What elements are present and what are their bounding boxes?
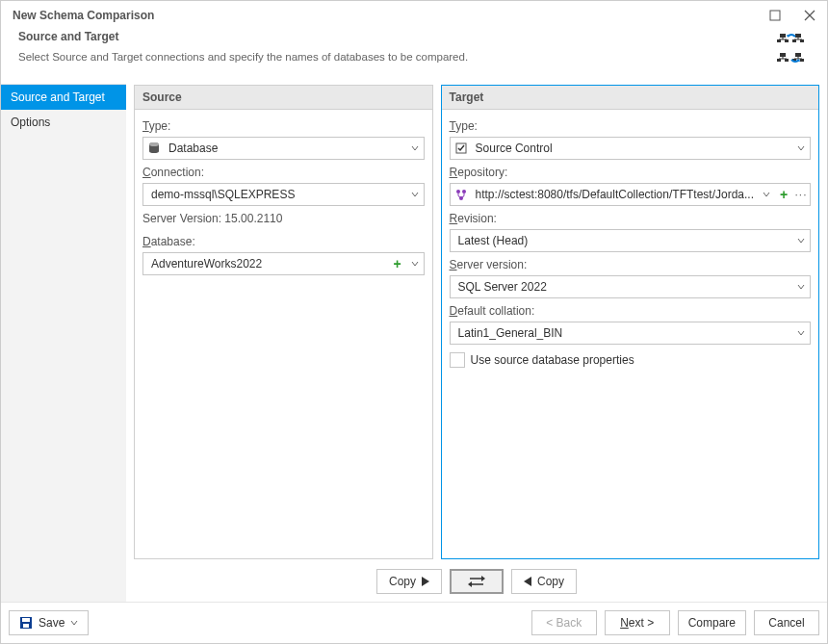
target-type-value: Source Control [472, 142, 792, 155]
source-server-version: Server Version: 15.00.2110 [142, 210, 425, 229]
chevron-down-icon [792, 237, 810, 245]
target-server-version-label: Server version: [450, 258, 811, 271]
svg-rect-8 [795, 34, 801, 38]
target-panel-title: Target [442, 86, 818, 110]
chevron-down-icon [406, 144, 424, 152]
footer: Save < Back Next > Compare Cancel [1, 602, 827, 643]
header: Source and Target Select Source and Targ… [1, 22, 827, 84]
source-database-label: Database: [142, 235, 425, 248]
compare-button[interactable]: Compare [678, 610, 746, 635]
page-description: Select Source and Target connections and… [18, 51, 769, 63]
plus-icon[interactable]: + [775, 187, 792, 202]
target-revision-value: Latest (Head) [451, 234, 792, 247]
save-icon [19, 616, 33, 630]
svg-marker-33 [468, 581, 472, 587]
target-revision-label: Revision: [450, 212, 811, 225]
copy-left-button[interactable]: Copy [511, 569, 577, 594]
target-collation-value: Latin1_General_BIN [451, 326, 792, 340]
target-collation-select[interactable]: Latin1_General_BIN [450, 322, 811, 345]
source-connection-select[interactable]: demo-mssql\SQLEXPRESS [142, 183, 425, 206]
button-label: Compare [688, 616, 736, 630]
target-repository-value: http://sctest:8080/tfs/DefaultCollection… [472, 188, 758, 201]
button-label: Copy [389, 575, 416, 588]
chevron-down-icon [792, 144, 810, 152]
svg-marker-34 [524, 577, 531, 586]
svg-rect-0 [770, 11, 780, 20]
button-label: Next > [620, 616, 654, 630]
svg-rect-36 [22, 618, 30, 622]
source-type-label: Type: [142, 119, 425, 133]
checkbox-icon [450, 352, 465, 368]
copy-row: Copy Copy [134, 559, 819, 594]
chevron-down-icon [406, 191, 424, 198]
chevron-down-icon [792, 329, 810, 337]
source-connection-value: demo-mssql\SQLEXPRESS [143, 188, 406, 201]
source-connection-label: Connection: [142, 166, 425, 179]
page-title: Source and Target [18, 30, 769, 43]
swap-icon [468, 576, 485, 587]
target-revision-select[interactable]: Latest (Head) [450, 229, 811, 252]
repo-icon [451, 188, 472, 201]
use-source-props-label: Use source database properties [471, 353, 634, 367]
next-button[interactable]: Next > [605, 610, 670, 635]
target-type-label: Type: [450, 119, 811, 133]
target-type-select[interactable]: Source Control [450, 137, 811, 160]
sidebar-item-options[interactable]: Options [1, 110, 126, 135]
button-label: Save [39, 616, 65, 630]
copy-right-button[interactable]: Copy [376, 569, 442, 594]
titlebar: New Schema Comparison [1, 1, 827, 22]
chevron-down-icon [758, 191, 775, 198]
chevron-down-icon [406, 260, 424, 268]
target-panel: Target Type: Source Control Repository: [441, 85, 819, 559]
source-type-select[interactable]: Database [142, 137, 425, 160]
chevron-down-icon [792, 283, 810, 291]
swap-button[interactable] [450, 569, 504, 594]
save-button[interactable]: Save [9, 610, 89, 635]
arrow-left-icon [524, 577, 531, 586]
sidebar-item-label: Options [11, 116, 50, 129]
svg-point-24 [149, 142, 159, 146]
svg-rect-3 [780, 34, 786, 38]
svg-marker-29 [422, 577, 429, 586]
svg-rect-18 [795, 53, 801, 57]
source-database-select[interactable]: AdventureWorks2022 + [142, 252, 425, 275]
source-database-value: AdventureWorks2022 [143, 257, 389, 270]
use-source-props-checkbox[interactable]: Use source database properties [450, 348, 811, 372]
svg-rect-37 [23, 624, 29, 628]
sidebar-item-source-target[interactable]: Source and Target [1, 85, 126, 110]
plus-icon[interactable]: + [389, 256, 406, 271]
database-icon [143, 142, 165, 155]
target-repository-select[interactable]: http://sctest:8080/tfs/DefaultCollection… [450, 183, 811, 206]
arrow-right-icon [422, 577, 429, 586]
svg-rect-13 [780, 53, 786, 57]
button-label: Copy [537, 575, 564, 588]
source-panel: Source Type: Database Connection: d [134, 85, 433, 559]
target-server-version-select[interactable]: SQL Server 2022 [450, 275, 811, 298]
source-control-icon [451, 142, 472, 155]
button-label: < Back [546, 616, 582, 630]
target-collation-label: Default collation: [450, 304, 811, 318]
svg-point-26 [456, 190, 460, 193]
close-icon[interactable] [804, 10, 815, 21]
sidebar-item-label: Source and Target [11, 90, 105, 104]
back-button[interactable]: < Back [531, 610, 597, 635]
cancel-button[interactable]: Cancel [754, 610, 819, 635]
chevron-down-icon [70, 619, 78, 627]
maximize-icon[interactable] [769, 10, 781, 21]
target-repository-label: Repository: [450, 166, 811, 179]
more-icon[interactable]: ··· [792, 188, 810, 201]
compare-schema-icon [769, 30, 810, 68]
source-type-value: Database [165, 142, 406, 155]
button-label: Cancel [768, 616, 804, 630]
source-panel-title: Source [135, 86, 432, 110]
svg-point-27 [462, 190, 466, 193]
window-title: New Schema Comparison [13, 9, 769, 22]
svg-marker-31 [481, 576, 485, 581]
target-server-version-value: SQL Server 2022 [451, 280, 792, 294]
sidebar: Source and Target Options [1, 84, 126, 602]
